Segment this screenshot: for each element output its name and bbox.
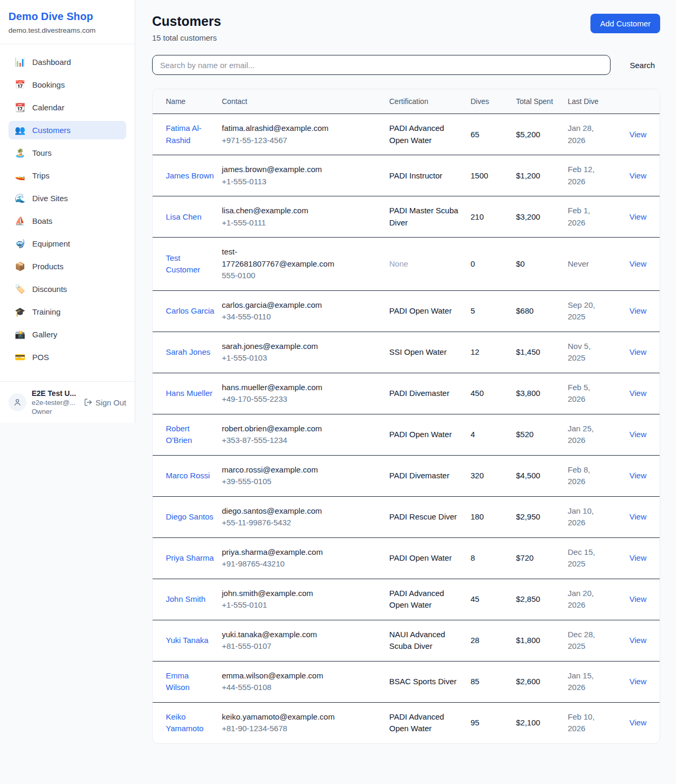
customer-email: james.brown@example.com [222,164,344,176]
customer-name-link[interactable]: Fatima Al-Rashid [166,124,202,145]
customer-certification: PADI Rescue Diver [389,512,457,521]
sidebar: Demo Dive Shop demo.test.divestreams.com… [0,0,135,423]
customer-email: john.smith@example.com [222,588,344,600]
sidebar-item-equipment[interactable]: 🤿 Equipment [8,234,126,253]
customer-email: sarah.jones@example.com [222,341,344,353]
customers-table-card: Name Contact Certification Dives Total S… [152,89,660,744]
customer-last-dive: Dec 28, 2025 [568,620,617,661]
customer-name-link[interactable]: Hans Mueller [166,389,212,398]
customer-total-spent: $720 [516,537,568,579]
col-header-name: Name [153,89,222,114]
view-link[interactable]: View [630,718,646,727]
view-link[interactable]: View [630,594,646,603]
user-email: e2e-tester@... [32,399,79,407]
customer-name-link[interactable]: Test Customer [166,253,200,275]
customer-total-spent: $2,950 [516,496,568,537]
sidebar-item-boats[interactable]: ⛵ Boats [8,212,126,230]
view-link[interactable]: View [630,677,646,686]
sidebar-item-products[interactable]: 📦 Products [8,257,126,276]
customer-name-link[interactable]: Sarah Jones [166,347,210,356]
customer-name-link[interactable]: Lisa Chen [166,212,202,221]
sidebar-item-customers[interactable]: 👥 Customers [8,121,126,139]
customer-dives: 85 [471,661,516,702]
people-icon: 👥 [15,126,25,135]
sidebar-item-trips[interactable]: 🚤 Trips [8,166,126,185]
col-header-dives: Dives [471,89,516,114]
view-link[interactable]: View [630,212,646,221]
customer-email: priya.sharma@example.com [222,546,344,559]
customer-total-spent: $5,200 [516,114,568,155]
diving-mask-icon: 🤿 [15,240,25,248]
sidebar-item-label: Trips [32,171,50,180]
view-link[interactable]: View [630,553,646,562]
view-link[interactable]: View [630,636,646,645]
search-input[interactable] [152,55,611,75]
customer-name-link[interactable]: Keiko Yamamoto [166,712,203,733]
customer-phone: +81-90-1234-5678 [222,723,382,735]
table-row: Keiko Yamamoto keiko.yamamoto@example.co… [153,702,660,743]
sidebar-user-footer: E2E Test U... e2e-tester@... Owner Sign … [0,381,135,423]
bar-chart-icon: 📊 [15,58,25,67]
sign-out-label: Sign Out [96,398,126,407]
customer-name-link[interactable]: Emma Wilson [166,671,190,692]
customer-certification: PADI Open Water [389,306,452,315]
customer-dives: 12 [471,332,516,373]
add-customer-button[interactable]: Add Customer [590,14,660,33]
customer-email: fatima.alrashid@example.com [222,122,344,135]
package-icon: 📦 [15,262,25,271]
sidebar-item-training[interactable]: 🎓 Training [8,303,126,321]
camera-icon: 📸 [15,330,25,339]
customer-phone: +44-555-0108 [222,682,382,694]
sidebar-item-discounts[interactable]: 🏷️ Discounts [8,280,126,298]
sidebar-item-label: Training [32,307,61,316]
table-row: Robert O'Brien robert.obrien@example.com… [153,414,660,455]
customer-dives: 65 [471,114,516,155]
calendar-icon: 📆 [15,103,25,112]
customer-name-link[interactable]: John Smith [166,594,205,603]
sidebar-item-label: Bookings [32,80,65,89]
speedboat-icon: 🚤 [15,172,25,180]
sidebar-item-tours[interactable]: 🏝️ Tours [8,144,126,162]
app-layout: Demo Dive Shop demo.test.divestreams.com… [0,0,676,760]
view-link[interactable]: View [630,512,646,521]
customer-phone: +55-11-99876-5432 [222,517,382,529]
sidebar-item-gallery[interactable]: 📸 Gallery [8,325,126,344]
table-row: Lisa Chen lisa.chen@example.com +1-555-0… [153,196,660,238]
sidebar-item-label: Boats [32,216,52,225]
sidebar-item-bookings[interactable]: 📅 Bookings [8,75,126,94]
customer-name-link[interactable]: James Brown [166,171,214,180]
sidebar-item-dashboard[interactable]: 📊 Dashboard [8,53,126,71]
customer-certification: PADI Divemaster [389,389,449,398]
view-link[interactable]: View [630,347,646,356]
island-icon: 🏝️ [15,149,25,157]
view-link[interactable]: View [630,389,646,398]
view-link[interactable]: View [630,130,646,139]
customer-last-dive: Nov 5, 2025 [568,332,617,373]
view-link[interactable]: View [630,171,646,180]
sidebar-item-pos[interactable]: 💳 POS [8,348,126,366]
customer-phone: +971-55-123-4567 [222,135,382,147]
customers-table: Name Contact Certification Dives Total S… [153,89,660,743]
customer-name-link[interactable]: Marco Rossi [166,471,210,480]
customer-name-link[interactable]: Diego Santos [166,512,213,521]
customer-name-link[interactable]: Robert O'Brien [166,424,192,445]
customer-name-link[interactable]: Carlos Garcia [166,306,214,315]
view-link[interactable]: View [630,259,646,268]
view-link[interactable]: View [630,306,646,315]
sidebar-item-label: Dashboard [32,58,71,67]
customer-name-link[interactable]: Yuki Tanaka [166,636,209,645]
customer-total-spent: $0 [516,238,568,291]
customer-dives: 5 [471,290,516,332]
sidebar-item-calendar[interactable]: 📆 Calendar [8,98,126,117]
table-row: Yuki Tanaka yuki.tanaka@example.com +81-… [153,620,660,661]
sidebar-item-dive-sites[interactable]: 🌊 Dive Sites [8,189,126,207]
customer-name-link[interactable]: Priya Sharma [166,553,214,562]
shop-domain: demo.test.divestreams.com [8,26,126,34]
view-link[interactable]: View [630,430,646,439]
search-button[interactable]: Search [624,58,660,73]
sign-out-button[interactable]: Sign Out [84,398,126,407]
customer-phone: +353-87-555-1234 [222,434,382,447]
customer-certification: PADI Open Water [389,430,452,439]
customer-dives: 180 [471,496,516,537]
view-link[interactable]: View [630,471,646,480]
